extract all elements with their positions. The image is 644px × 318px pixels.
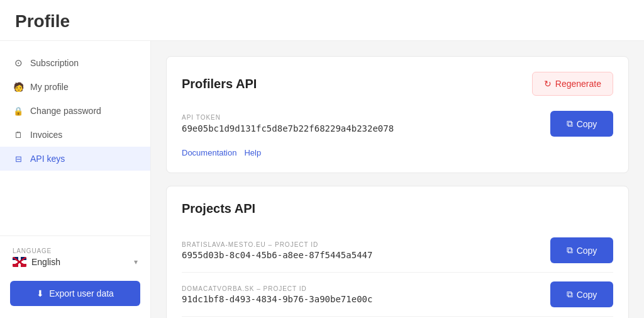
copy-icon: ⧉ [567,118,573,129]
sidebar: ⊙ Subscription 🧑 My profile 🔒 Change pas… [0,41,151,318]
project-info: DOMACATVORBA.SK – PROJECT ID 91dc1bf8-d4… [182,285,372,304]
copy-icon: ⧉ [567,245,573,256]
sidebar-item-subscription[interactable]: ⊙ Subscription [0,51,150,75]
export-user-data-button[interactable]: ⬇ Export user data [10,281,140,306]
profilers-api-title: Profilers API [182,77,257,91]
sidebar-item-api-keys[interactable]: ⊟ API keys [0,147,150,171]
uk-flag-icon [13,257,26,267]
api-keys-icon: ⊟ [13,153,24,164]
projects-api-header: Projects API [182,202,613,216]
regenerate-icon: ↻ [544,79,552,89]
profilers-api-card: Profilers API ↻ Regenerate API TOKEN 69e… [166,56,629,173]
sidebar-item-label: Subscription [30,58,79,68]
projects-api-title: Projects API [182,202,255,216]
copy-label: Copy [577,290,597,300]
language-label: LANGUAGE [13,247,138,254]
projects-list: BRATISLAVA-MESTO.EU – PROJECT ID 6955d03… [182,229,613,318]
project-label: BRATISLAVA-MESTO.EU – PROJECT ID [182,241,372,248]
chevron-down-icon: ▾ [134,258,138,266]
documentation-link[interactable]: Documentation [182,148,236,157]
help-link[interactable]: Help [244,148,261,157]
copy-label: Copy [577,119,597,129]
regenerate-button[interactable]: ↻ Regenerate [532,72,613,96]
project-info: BRATISLAVA-MESTO.EU – PROJECT ID 6955d03… [182,241,372,260]
sidebar-item-label: API keys [30,154,65,164]
sidebar-item-label: Change password [30,106,101,116]
language-left: English [13,257,60,267]
api-token-block: API TOKEN 69e05bc1d9d131fc5d8e7b22f68229… [182,114,550,133]
invoice-icon: 🗒 [13,129,24,140]
subscription-icon: ⊙ [13,57,24,69]
project-id-value: 6955d03b-8c04-45b6-a8ee-87f5445a5447 [182,250,372,260]
copy-label: Copy [577,246,597,256]
sidebar-item-invoices[interactable]: 🗒 Invoices [0,123,150,147]
sidebar-nav: ⊙ Subscription 🧑 My profile 🔒 Change pas… [0,51,150,230]
language-value: English [31,257,60,267]
project-copy-button-0[interactable]: ⧉ Copy [550,237,613,263]
profilers-api-copy-button[interactable]: ⧉ Copy [550,111,613,137]
language-selector[interactable]: English ▾ [13,257,138,267]
doc-links: Documentation Help [182,148,613,157]
lock-icon: 🔒 [13,105,24,116]
sidebar-item-change-password[interactable]: 🔒 Change password [0,99,150,123]
sidebar-divider [0,236,150,236]
project-row: DOMACATVORBA.SK – PROJECT ID 91dc1bf8-d4… [182,273,613,317]
api-token-value: 69e05bc1d9d131fc5d8e7b22f68229a4b232e078 [182,123,550,133]
profilers-api-header: Profilers API ↻ Regenerate [182,72,613,96]
project-id-value: 91dc1bf8-d493-4834-9b76-3a90be71e00c [182,294,372,304]
regenerate-label: Regenerate [555,79,601,89]
language-section: LANGUAGE English ▾ [0,241,150,273]
project-row: BRATISLAVA-MESTO.EU – PROJECT ID 6955d03… [182,229,613,273]
projects-api-card: Projects API BRATISLAVA-MESTO.EU – PROJE… [166,186,629,318]
sidebar-item-my-profile[interactable]: 🧑 My profile [0,75,150,99]
main-content: Profilers API ↻ Regenerate API TOKEN 69e… [151,41,644,318]
profilers-api-token-row: API TOKEN 69e05bc1d9d131fc5d8e7b22f68229… [182,108,613,139]
api-token-label: API TOKEN [182,114,550,121]
copy-icon: ⧉ [567,289,573,300]
page-title: Profile [0,0,644,41]
person-icon: 🧑 [13,81,24,93]
sidebar-item-label: My profile [30,82,69,92]
project-label: DOMACATVORBA.SK – PROJECT ID [182,285,372,292]
sidebar-item-label: Invoices [30,130,62,140]
export-label: Export user data [49,288,114,298]
export-icon: ⬇ [36,288,44,298]
project-copy-button-1[interactable]: ⧉ Copy [550,281,613,307]
